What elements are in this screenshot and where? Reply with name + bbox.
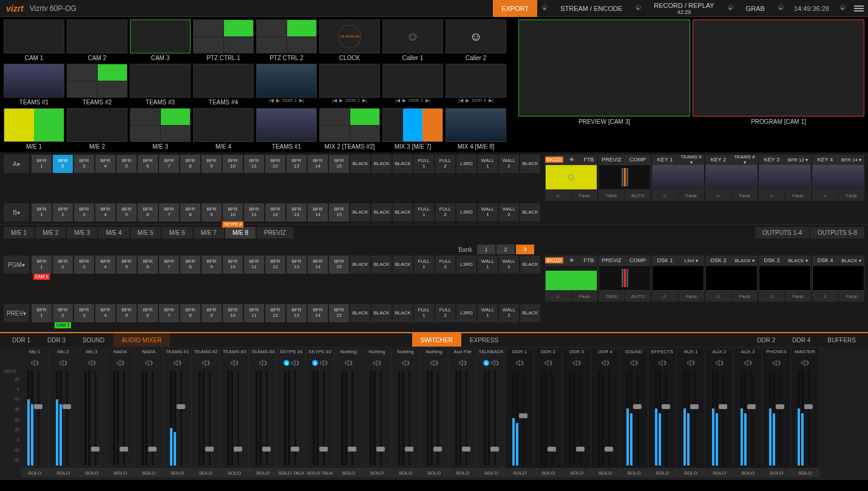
preview-monitor[interactable]: PREVIEW [CAM 3]	[518, 19, 690, 150]
switcher-btn-bfr-8[interactable]: BFR8	[180, 155, 200, 173]
speaker-icon[interactable]	[373, 357, 381, 368]
stream-button[interactable]: STREAM / ENCODE	[552, 0, 631, 17]
switcher-btn-bfr-3[interactable]: BFR3	[74, 203, 94, 222]
solo-button[interactable]: SOLO	[677, 468, 705, 478]
btab-buffers[interactable]: BUFFERS	[819, 333, 864, 347]
me-tab-0[interactable]: M/E 1	[4, 227, 34, 239]
solo-button[interactable]: SOLO	[591, 468, 619, 478]
fader[interactable]	[747, 371, 756, 466]
btab-ddr-4[interactable]: DDR 4	[784, 333, 819, 347]
speaker-icon[interactable]: S	[483, 357, 499, 368]
prev-label[interactable]: PREV ▾	[4, 304, 29, 322]
speaker-icon[interactable]	[658, 357, 666, 368]
switcher-btn-black[interactable]: BLACK	[520, 155, 540, 173]
switcher-btn-bfr-4[interactable]: BFR4	[95, 256, 115, 274]
fader[interactable]	[376, 371, 385, 466]
row-b-label[interactable]: B ▾	[4, 203, 29, 222]
program-monitor[interactable]: PROGRAM [CAM 1]	[693, 19, 864, 150]
btab-switcher[interactable]: SWITCHER	[412, 333, 461, 347]
fader[interactable]	[633, 371, 642, 466]
pgm-label[interactable]: PGM ▾	[4, 256, 29, 274]
speaker-icon[interactable]	[430, 357, 438, 368]
solo-button[interactable]: SOLO	[477, 468, 505, 478]
record-button[interactable]: RECORD / REPLAY 42:29	[645, 0, 722, 17]
solo-button[interactable]: SOLO	[648, 468, 676, 478]
source-mix-4--m-e-8-[interactable]: MIX 4 [M/E 8]	[446, 108, 506, 150]
switcher-btn-black[interactable]: BLACK	[371, 256, 392, 274]
switcher-btn-bfr-7[interactable]: BFR7	[159, 256, 179, 274]
switcher-btn-wall-1[interactable]: WALL1	[478, 304, 498, 322]
switcher-btn-black[interactable]: BLACK	[393, 304, 413, 322]
switcher-btn-bfr-11[interactable]: BFR11	[244, 256, 264, 274]
switcher-btn-wall-1[interactable]: WALL1	[478, 203, 498, 222]
btab-express[interactable]: EXPRESS	[461, 333, 507, 347]
transport-controls[interactable]: |◀▶DDR 3▶|	[382, 98, 443, 104]
source-m-e-3[interactable]: M/E 3	[130, 108, 191, 150]
switcher-btn-wall-2[interactable]: WALL2	[499, 203, 519, 222]
speaker-icon[interactable]	[401, 357, 410, 368]
switcher-btn-bfr-9[interactable]: BFR9	[202, 155, 222, 173]
fader[interactable]	[348, 371, 356, 466]
source-caller-2[interactable]: ☺Caller 2	[446, 19, 506, 61]
clock-gear-icon[interactable]	[835, 0, 850, 17]
switcher-btn-wall-2[interactable]: WALL2	[499, 256, 519, 274]
solo-button[interactable]: SOLO	[563, 468, 591, 478]
speaker-icon[interactable]	[744, 357, 752, 368]
solo-button[interactable]: SOLO	[78, 468, 106, 478]
switcher-btn-bfr-11[interactable]: BFR11	[244, 304, 264, 322]
bank-1[interactable]: 1	[477, 245, 495, 254]
solo-button[interactable]: SOLO	[420, 468, 448, 478]
source-m-e-1[interactable]: M/E 1	[4, 108, 64, 150]
switcher-btn-black[interactable]: BLACK	[520, 203, 540, 222]
switcher-btn-bfr-12[interactable]: BFR12	[265, 256, 285, 274]
switcher-btn-bfr-5[interactable]: BFR5	[117, 203, 137, 222]
switcher-btn-bfr-10[interactable]: BFR10	[223, 256, 243, 274]
switcher-btn-bfr-15[interactable]: BFR15	[329, 304, 349, 322]
me-tab-6[interactable]: M/E 7	[194, 227, 224, 239]
switcher-btn-l3rd[interactable]: L3RD	[456, 256, 476, 274]
switcher-btn-full-2[interactable]: FULL2	[435, 304, 455, 322]
solo-button[interactable]: SOLO	[762, 468, 790, 478]
solo-button[interactable]: SOLO	[163, 468, 191, 478]
switcher-btn-full-2[interactable]: FULL2	[435, 203, 455, 222]
switcher-btn-bfr-15[interactable]: BFR15	[329, 155, 349, 173]
source-cam-3[interactable]: CAM 3	[130, 19, 191, 61]
switcher-btn-bfr-7[interactable]: BFR7	[159, 304, 179, 322]
switcher-btn-black[interactable]: BLACK	[393, 256, 413, 274]
fader[interactable]	[690, 371, 699, 466]
source-ddr-2[interactable]: |◀▶DDR 2▶|	[319, 64, 380, 106]
switcher-btn-bfr-12[interactable]: BFR12	[265, 304, 285, 322]
source-mix-3--m-e-7-[interactable]: MIX 3 [M/E 7]	[382, 108, 443, 150]
speaker-icon[interactable]: S	[283, 357, 299, 368]
fader[interactable]	[205, 371, 214, 466]
me-tab-7[interactable]: M/E 8	[225, 227, 256, 239]
speaker-icon[interactable]	[687, 357, 695, 368]
switcher-btn-bfr-3[interactable]: BFR3	[74, 304, 94, 322]
source-mix-2--teams---2-[interactable]: MIX 2 [TEAMS #2]	[319, 108, 380, 150]
switcher-btn-full-2[interactable]: FULL2	[435, 155, 455, 173]
solo-button[interactable]: SOLO	[734, 468, 762, 478]
me-tab-5[interactable]: M/E 6	[162, 227, 192, 239]
solo-button[interactable]: SOLO	[21, 468, 49, 478]
source-ddr-1[interactable]: |◀▶DDR 1▶|	[256, 64, 317, 106]
speaker-icon[interactable]	[715, 357, 724, 368]
speaker-icon[interactable]	[344, 357, 353, 368]
solo-button[interactable]: SOLO TALK	[306, 468, 334, 478]
switcher-btn-bfr-5[interactable]: BFR5	[117, 155, 137, 173]
switcher-btn-bfr-1[interactable]: BFR1	[32, 304, 52, 322]
switcher-btn-bfr-8[interactable]: BFR8	[180, 203, 200, 222]
fader[interactable]	[776, 371, 784, 466]
switcher-btn-bfr-3[interactable]: BFR3	[74, 155, 94, 173]
stream-gear-icon[interactable]	[631, 0, 645, 17]
speaker-icon[interactable]	[30, 357, 39, 368]
switcher-btn-bfr-15[interactable]: BFR15	[329, 203, 349, 222]
switcher-btn-bfr-9[interactable]: BFR9	[202, 256, 222, 274]
switcher-btn-bfr-14[interactable]: BFR14	[308, 203, 328, 222]
switcher-btn-full-2[interactable]: FULL2	[435, 256, 455, 274]
speaker-icon[interactable]	[59, 357, 67, 368]
switcher-btn-bfr-4[interactable]: BFR4	[95, 304, 115, 322]
source-teams--4[interactable]: TEAMS #4	[193, 64, 254, 106]
btab-ddr-2[interactable]: DDR 2	[748, 333, 784, 347]
solo-button[interactable]: SOLO	[506, 468, 534, 478]
switcher-btn-bfr-2[interactable]: BFR2	[53, 256, 73, 274]
